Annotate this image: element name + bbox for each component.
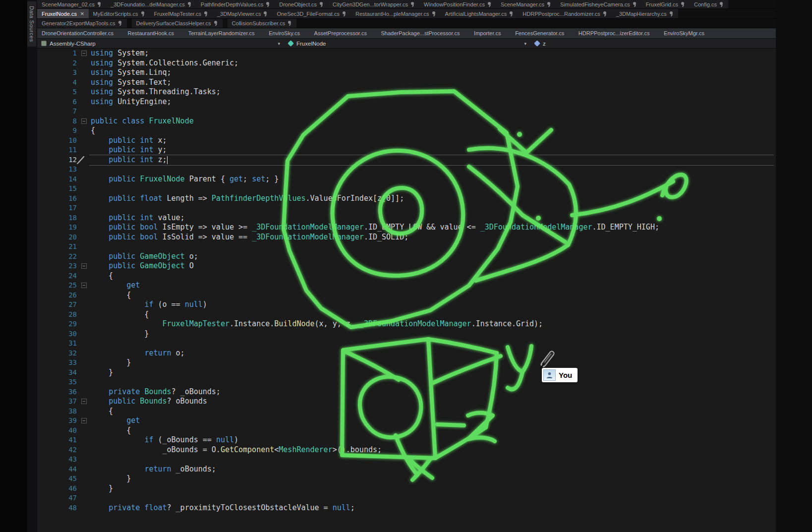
code-line[interactable]: 7 [37, 107, 776, 117]
fold-collapse-icon[interactable]: − [77, 261, 91, 271]
tab-pathfinderdepthvalues-cs[interactable]: PathfinderDepthValues.cs [196, 0, 275, 8]
code-line[interactable]: 42 _oBounds = O.GetComponent<MeshRendere… [37, 445, 776, 455]
pin-icon[interactable] [141, 11, 145, 17]
tab-generator2exportmaptools-cs[interactable]: Generator2ExportMapTools.cs [37, 19, 127, 28]
tab-assetpreprocessor-cs[interactable]: AssetPreprocessor.cs [310, 28, 371, 38]
pin-icon[interactable] [288, 20, 292, 26]
project-dropdown[interactable]: Assembly-CSharp ▾ [37, 39, 284, 48]
tab--3dmaphierarchy-cs[interactable]: _3DMapHierarchy.cs [612, 9, 678, 18]
pin-icon[interactable] [266, 1, 270, 7]
code-line[interactable]: 38 { [37, 407, 776, 416]
code-line[interactable]: 32 return o; [37, 349, 776, 358]
code-line[interactable]: 20 public bool IsSolid => value == _3DFo… [37, 233, 776, 242]
chevron-down-icon[interactable]: ▾ [524, 41, 526, 46]
code-line[interactable]: 10 public int x; [37, 136, 776, 146]
pin-icon[interactable] [487, 1, 492, 7]
code-line[interactable]: 11 public int y; [37, 145, 776, 155]
pin-icon[interactable] [214, 20, 218, 26]
tab-droneorientationcontroller-cs[interactable]: DroneOrientationController.cs [37, 28, 118, 38]
code-line[interactable]: 4using System.Text; [37, 78, 776, 88]
tab-deliverysurfaceclasshelper-cs[interactable]: DeliverySurfaceClassHelper.cs [132, 19, 223, 28]
code-line[interactable]: 40 { [37, 426, 776, 436]
code-line[interactable]: 13 [37, 165, 776, 175]
tab-envirosky-cs[interactable]: EnviroSky.cs [264, 28, 304, 38]
code-line[interactable]: 25− get [37, 281, 776, 291]
code-line[interactable]: 46 } [37, 484, 776, 494]
code-line[interactable]: 33 } [37, 358, 776, 368]
tab--3dfoundatio-delmanager-cs[interactable]: _3DFoundatio...delManager.cs [106, 0, 196, 8]
code-line[interactable]: 5using System.Threading.Tasks; [37, 87, 776, 97]
code-line[interactable]: 18 public int value; [37, 213, 776, 223]
tab-terrainlayerrandomizer-cs[interactable]: TerrainLayerRandomizer.cs [184, 28, 259, 38]
code-line[interactable]: 34 } [37, 368, 776, 378]
tab-config-cs[interactable]: Config.cs [690, 0, 728, 8]
tab--3dmapviewer-cs[interactable]: _3DMapViewer.cs [213, 9, 272, 18]
tab-hdrppostproc-izereditor-cs[interactable]: HDRPPostproc...izerEditor.cs [574, 28, 654, 38]
data-sources-vertical-tab[interactable]: Data Sources [27, 1, 36, 47]
code-line[interactable]: 27 if (o == null) [37, 300, 776, 310]
pin-icon[interactable] [319, 1, 324, 7]
tab-importer-cs[interactable]: Importer.cs [469, 28, 505, 38]
code-line[interactable]: 30 } [37, 329, 776, 339]
pin-icon[interactable] [204, 11, 208, 17]
fold-collapse-icon[interactable]: − [77, 49, 91, 59]
code-line[interactable]: 24 { [37, 271, 776, 281]
code-line[interactable]: 47 [37, 493, 776, 503]
code-line[interactable]: 14 public FruxelNode Parent { get; set; … [37, 175, 776, 184]
code-line[interactable]: 8−public class FruxelNode [37, 117, 776, 126]
type-dropdown[interactable]: FruxelNode ▾ [284, 39, 530, 48]
code-line[interactable]: 29 FruxelMapTester.Instance.BuildNode(x,… [37, 319, 776, 329]
code-line[interactable]: 28 { [37, 310, 776, 320]
code-editor[interactable]: 1−using System;2using System.Collections… [37, 49, 776, 532]
pin-icon[interactable] [118, 20, 122, 26]
code-line[interactable]: 44 return _oBounds; [37, 465, 776, 474]
pin-icon[interactable] [263, 11, 268, 17]
tab-scenemanager-02-cs[interactable]: SceneManager_02.cs [37, 0, 106, 8]
pin-icon[interactable] [97, 1, 102, 7]
code-line[interactable]: 35 [37, 377, 776, 387]
code-line[interactable]: 16 public float Length => PathfinderDept… [37, 194, 776, 204]
tab-myeditorscripts-cs[interactable]: MyEditorScripts.cs [89, 9, 150, 18]
tab-collisionsubscriber-cs[interactable]: CollisionSubscriber.cs [228, 19, 297, 28]
pin-icon[interactable] [633, 1, 637, 7]
pin-icon[interactable] [719, 1, 724, 7]
fold-collapse-icon[interactable]: − [77, 416, 91, 426]
code-line[interactable]: 37− public Bounds? oBounds [37, 397, 776, 407]
chevron-down-icon[interactable]: ▾ [278, 41, 280, 46]
fold-collapse-icon[interactable]: − [77, 397, 91, 407]
tab-hdrppostproc-randomizer-cs[interactable]: HDRPPostproc...Randomizer.cs [518, 9, 612, 18]
tab-artificiallightsmanager-cs[interactable]: ArtificialLightsManager.cs [441, 9, 519, 18]
code-line[interactable]: 3using System.Linq; [37, 68, 776, 78]
code-line[interactable]: 31 [37, 339, 776, 349]
code-line[interactable]: 45 } [37, 474, 776, 484]
pin-icon[interactable] [669, 11, 674, 17]
code-line[interactable]: 23− public GameObject O [37, 261, 776, 271]
tab-windowpositionfinder-cs[interactable]: WindowPositionFinder.cs [419, 0, 496, 8]
pin-icon[interactable] [681, 1, 685, 7]
tab-fencesgenerator-cs[interactable]: FencesGenerator.cs [511, 28, 569, 38]
tab-fruxelmaptester-cs[interactable]: FruxelMapTester.cs [150, 9, 213, 18]
pin-icon[interactable] [509, 11, 514, 17]
tab-restaurantho-plemanager-cs[interactable]: RestaurantHo...pleManager.cs [351, 9, 441, 18]
pin-icon[interactable] [603, 11, 607, 17]
code-line[interactable]: 41 if (_oBounds == null) [37, 435, 776, 445]
code-line[interactable]: 22 public GameObject o; [37, 252, 776, 262]
member-dropdown[interactable]: z [530, 39, 776, 48]
code-line[interactable]: 12 public int z; [37, 155, 776, 165]
code-line[interactable]: 1−using System; [37, 49, 776, 59]
fold-collapse-icon[interactable]: − [77, 281, 91, 291]
pin-icon[interactable] [547, 1, 551, 7]
pin-icon[interactable] [342, 11, 347, 17]
pin-icon[interactable] [410, 1, 415, 7]
tab-fruxelgrid-cs[interactable]: FruxelGrid.cs [641, 0, 690, 8]
close-icon[interactable]: × [80, 10, 84, 17]
code-line[interactable]: 43 [37, 455, 776, 465]
pin-icon[interactable] [432, 11, 436, 17]
code-line[interactable]: 21 [37, 242, 776, 252]
tab-onesec3d-fileformat-cs[interactable]: OneSec3D_FileFormat.cs [272, 9, 351, 18]
code-line[interactable]: 15 [37, 184, 776, 194]
code-line[interactable]: 6using UnityEngine; [37, 97, 776, 107]
tab-restauranthook-cs[interactable]: RestaurantHook.cs [123, 28, 179, 38]
code-line[interactable]: 36 private Bounds? _oBounds; [37, 387, 776, 397]
code-line[interactable]: 48 private float? _proximityToClosestObs… [37, 503, 776, 513]
